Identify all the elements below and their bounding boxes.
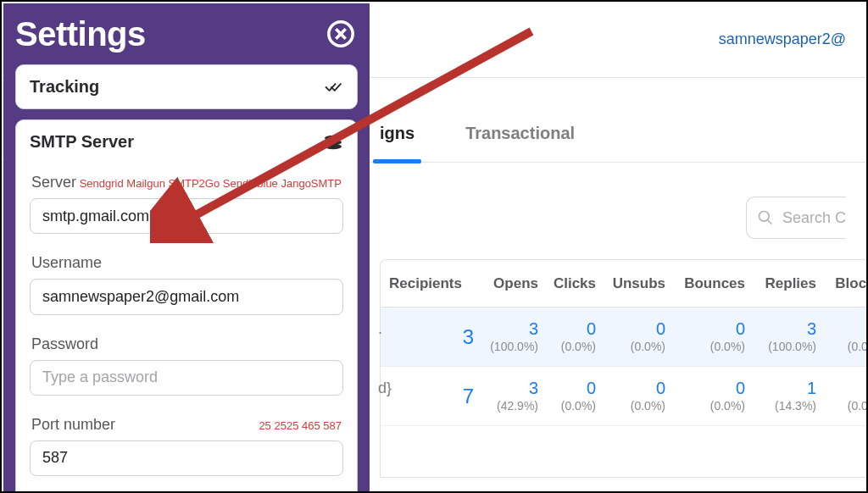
password-input[interactable] bbox=[30, 360, 343, 396]
server-input[interactable] bbox=[30, 198, 343, 234]
col-unsubs: Unsubs bbox=[604, 274, 674, 292]
col-blocks: Blocks bbox=[825, 274, 868, 292]
smtp-section: SMTP Server Server Sendgrid Mailgun SMTP… bbox=[15, 119, 358, 492]
row-tag: . bbox=[378, 320, 382, 338]
tracking-section[interactable]: Tracking bbox=[15, 64, 358, 109]
server-label: Server bbox=[31, 174, 76, 191]
search-icon bbox=[757, 209, 774, 226]
port-label: Port number bbox=[31, 416, 115, 434]
table-header-row: Recipients Opens Clicks Unsubs Bounces R… bbox=[381, 260, 866, 307]
col-clicks: Clicks bbox=[547, 274, 604, 292]
col-opens: Opens bbox=[482, 274, 547, 292]
table-row[interactable]: 7 3(42.9%) 0(0.0%) 0(0.0%) 0(0.0%) 1(14.… bbox=[381, 367, 866, 426]
panel-header: Settings bbox=[15, 3, 358, 64]
cell-recipients: 7 bbox=[389, 384, 474, 409]
svg-line-1 bbox=[768, 220, 772, 224]
cell-recipients: 3 bbox=[389, 324, 474, 350]
port-input[interactable] bbox=[30, 440, 343, 476]
port-hints[interactable]: 25 2525 465 587 bbox=[259, 419, 342, 432]
table-row[interactable]: 3 3(100.0%) 0(0.0%) 0(0.0%) 0(0.0%) 3(10… bbox=[381, 307, 866, 367]
settings-panel: Settings Tracking SMTP Server Server Sen… bbox=[3, 3, 370, 491]
tracking-label: Tracking bbox=[30, 77, 99, 97]
user-email[interactable]: samnewspaper2@ bbox=[719, 30, 846, 48]
table-row-empty bbox=[381, 426, 866, 477]
smtp-title: SMTP Server bbox=[30, 132, 134, 152]
tab-campaigns[interactable]: igns bbox=[380, 124, 415, 162]
row-tag: d} bbox=[378, 379, 392, 397]
col-replies: Replies bbox=[754, 274, 825, 292]
close-button[interactable] bbox=[324, 17, 358, 51]
server-hints[interactable]: Sendgrid Mailgun SMTP2Go Sendinblue Jang… bbox=[80, 177, 342, 190]
tab-transactional[interactable]: Transactional bbox=[465, 124, 575, 162]
close-icon bbox=[326, 19, 355, 48]
svg-point-0 bbox=[760, 212, 770, 222]
double-check-icon bbox=[325, 80, 343, 94]
username-label: Username bbox=[31, 254, 102, 272]
username-input[interactable] bbox=[30, 279, 343, 314]
panel-title: Settings bbox=[15, 15, 146, 53]
search-input[interactable]: Search Cam bbox=[746, 197, 846, 239]
password-label: Password bbox=[31, 335, 98, 353]
col-recipients: Recipients bbox=[389, 274, 482, 292]
col-bounces: Bounces bbox=[674, 274, 754, 292]
svg-point-7 bbox=[325, 143, 342, 148]
server-stack-icon bbox=[323, 135, 343, 150]
campaigns-table: Recipients Opens Clicks Unsubs Bounces R… bbox=[380, 259, 866, 478]
search-placeholder: Search Cam bbox=[782, 209, 846, 227]
